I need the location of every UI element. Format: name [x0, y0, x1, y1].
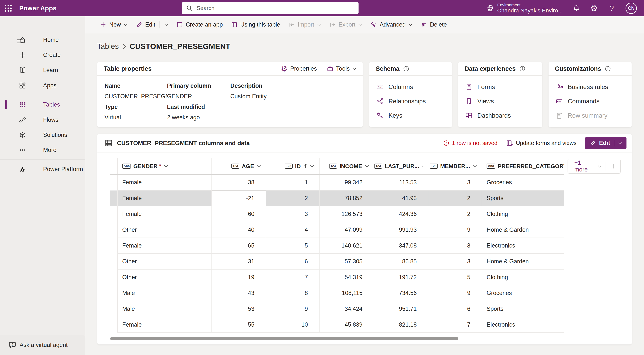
grid-cell[interactable]: Home & Garden — [482, 222, 564, 238]
grid-cell[interactable]: 126,573 — [320, 206, 374, 222]
table-row[interactable]: Female603126,573424.362Clothing — [110, 206, 564, 222]
delete-button[interactable]: Delete — [416, 18, 451, 31]
ask-virtual-agent-button[interactable]: ? Ask a virtual agent — [0, 335, 85, 355]
sidebar-item-flows[interactable]: Flows — [0, 112, 85, 127]
grid-cell[interactable]: 821.18 — [374, 317, 428, 333]
notifications-button[interactable] — [572, 4, 580, 12]
sidebar-item-apps[interactable]: Apps — [0, 78, 85, 93]
customizations-item-row-summary[interactable]: Row summary — [555, 108, 632, 123]
row-select-gutter[interactable] — [110, 254, 118, 270]
grid-cell[interactable]: 34,424 — [320, 301, 374, 317]
import-button[interactable]: Import — [284, 18, 325, 31]
grid-cell[interactable]: -21 — [212, 190, 266, 206]
advanced-button[interactable]: Advanced — [366, 18, 416, 31]
grid-cell[interactable]: 41.93 — [374, 190, 428, 206]
grid-cell[interactable]: Groceries — [482, 285, 564, 301]
more-columns-button[interactable]: +1 more — [574, 159, 595, 173]
grid-cell[interactable]: 9 — [428, 285, 482, 301]
sidebar-item-tables[interactable]: Tables — [0, 97, 85, 112]
customizations-item-business-rules[interactable]: Business rules — [555, 80, 632, 94]
edit-table-button[interactable]: Edit — [585, 137, 626, 149]
grid-cell[interactable]: 6 — [428, 301, 482, 317]
properties-button[interactable]: ⚙ Properties — [281, 65, 317, 72]
column-header-income[interactable]: 123INCOME — [320, 158, 374, 174]
table-row[interactable]: Other31657,30586.853Home & Garden — [110, 254, 564, 270]
row-select-gutter[interactable] — [110, 270, 118, 285]
grid-cell[interactable]: 1 — [266, 175, 320, 190]
grid-cell[interactable]: 140,621 — [320, 238, 374, 254]
table-row[interactable]: Male438108,115734.569Groceries — [110, 285, 564, 301]
sidebar-item-home[interactable]: Home — [0, 32, 85, 47]
grid-cell[interactable]: Clothing — [482, 206, 564, 222]
breadcrumb-tables-link[interactable]: Tables — [97, 42, 119, 51]
grid-cell[interactable]: Female — [118, 238, 212, 254]
grid-cell[interactable]: 5 — [266, 238, 320, 254]
grid-cell[interactable]: Female — [118, 317, 212, 333]
search-input[interactable] — [196, 5, 354, 11]
grid-cell[interactable]: 57,305 — [320, 254, 374, 270]
column-header-gender[interactable]: AbcGENDER* — [118, 158, 212, 174]
schema-item-relationships[interactable]: Relationships — [376, 94, 452, 108]
grid-cell[interactable]: 2 — [428, 206, 482, 222]
table-row[interactable]: Other40447,099991.939Home & Garden — [110, 222, 564, 238]
column-header-preferred-category[interactable]: AbcPREFERRED_CATEGORY — [482, 158, 564, 174]
grid-cell[interactable]: Sports — [482, 301, 564, 317]
column-header-id[interactable]: 123ID — [266, 158, 320, 174]
table-row[interactable]: Female38199,342113.533Groceries — [110, 175, 564, 190]
grid-cell[interactable]: 40 — [212, 222, 266, 238]
horizontal-scrollbar[interactable] — [110, 337, 458, 340]
grid-cell[interactable]: Other — [118, 222, 212, 238]
sidebar-item-learn[interactable]: Learn — [0, 63, 85, 78]
grid-cell[interactable]: 3 — [428, 238, 482, 254]
edit-button[interactable]: Edit — [132, 18, 172, 31]
export-button[interactable]: Export — [325, 18, 366, 31]
grid-cell[interactable]: 45,839 — [320, 317, 374, 333]
grid-cell[interactable]: Other — [118, 270, 212, 285]
grid-cell[interactable]: 7 — [266, 270, 320, 285]
row-select-gutter[interactable] — [110, 317, 118, 333]
grid-cell[interactable]: 951.71 — [374, 301, 428, 317]
table-row[interactable]: Other19754,319191.725Clothing — [110, 270, 564, 285]
grid-cell[interactable]: 53 — [212, 301, 266, 317]
sidebar-item-power-platform[interactable]: Power Platform — [0, 162, 85, 177]
grid-cell[interactable]: 38 — [212, 175, 266, 190]
table-row[interactable]: Female655140,621347.083Electronics — [110, 238, 564, 254]
data-experiences-item-dashboards[interactable]: Dashboards — [465, 108, 542, 123]
grid-cell[interactable]: 991.93 — [374, 222, 428, 238]
row-select-gutter[interactable] — [110, 222, 118, 238]
grid-cell[interactable]: 108,115 — [320, 285, 374, 301]
row-select-gutter[interactable] — [110, 285, 118, 301]
grid-cell[interactable]: 3 — [266, 206, 320, 222]
row-select-gutter[interactable] — [110, 175, 118, 190]
schema-item-keys[interactable]: Keys — [376, 108, 452, 123]
grid-cell[interactable]: 113.53 — [374, 175, 428, 190]
grid-cell[interactable]: Home & Garden — [482, 254, 564, 270]
info-icon[interactable] — [403, 65, 409, 72]
customizations-item-commands[interactable]: Commands — [555, 94, 632, 108]
app-launcher-button[interactable] — [0, 0, 16, 16]
info-icon[interactable] — [605, 65, 611, 72]
table-row[interactable]: Male53934,424951.716Sports — [110, 301, 564, 317]
grid-cell[interactable]: 191.72 — [374, 270, 428, 285]
update-forms-views-button[interactable]: Update forms and views — [506, 139, 576, 147]
grid-cell[interactable]: Female — [118, 206, 212, 222]
data-experiences-item-forms[interactable]: Forms — [465, 80, 542, 94]
data-experiences-item-views[interactable]: Views — [465, 94, 542, 108]
table-row[interactable]: Female-21278,85241.932Sports — [110, 190, 564, 206]
sidebar-item-solutions[interactable]: Solutions — [0, 127, 85, 142]
grid-cell[interactable]: 9 — [266, 301, 320, 317]
grid-cell[interactable]: Electronics — [482, 238, 564, 254]
settings-button[interactable]: ⚙ — [590, 4, 598, 12]
tools-button[interactable]: Tools — [327, 65, 356, 72]
environment-picker[interactable]: Environment Chandra Nayak's Enviro... — [486, 3, 563, 14]
grid-cell[interactable]: 4 — [266, 222, 320, 238]
grid-cell[interactable]: 31 — [212, 254, 266, 270]
row-select-gutter[interactable] — [110, 190, 118, 206]
grid-cell[interactable]: 6 — [266, 254, 320, 270]
grid-cell[interactable]: 9 — [428, 222, 482, 238]
grid-cell[interactable]: Sports — [482, 190, 564, 206]
column-header-last-pur[interactable]: 123LAST_PUR... — [374, 158, 428, 174]
table-row[interactable]: Female551045,839821.187Electronics — [110, 317, 564, 333]
grid-cell[interactable]: Male — [118, 285, 212, 301]
grid-cell[interactable]: 65 — [212, 238, 266, 254]
